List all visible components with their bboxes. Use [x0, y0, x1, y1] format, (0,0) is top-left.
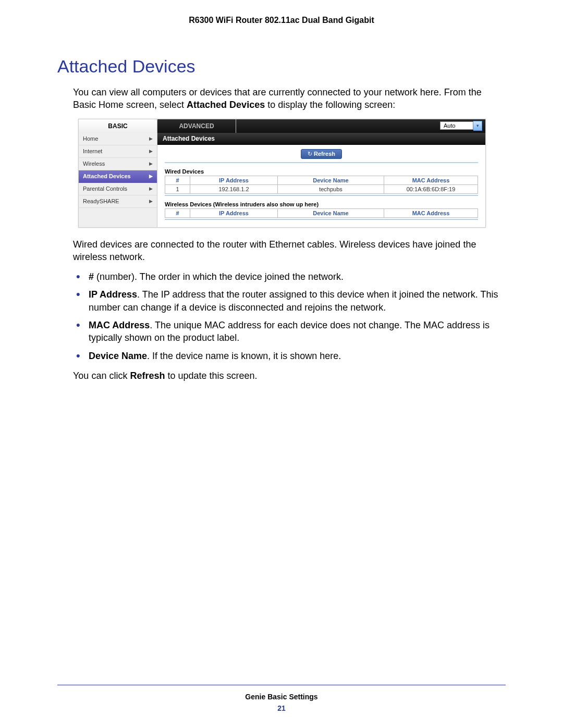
sidebar-item-home[interactable]: Home▶ — [79, 133, 157, 145]
closing-post: to update this screen. — [165, 371, 257, 381]
table-header-row: # IP Address Device Name MAC Address — [165, 176, 478, 184]
sidebar-item-internet[interactable]: Internet▶ — [79, 145, 157, 158]
footer-page-number: 21 — [57, 704, 506, 712]
wireless-devices-table: # IP Address Device Name MAC Address — [165, 208, 478, 218]
router-ui-screenshot: BASIC ADVANCED Auto ▾ Home▶ Internet▶ Wi… — [78, 119, 486, 228]
closing-paragraph: You can click Refresh to update this scr… — [73, 369, 506, 382]
sidebar-item-parental-controls[interactable]: Parental Controls▶ — [79, 183, 157, 195]
table-header-row: # IP Address Device Name MAC Address — [165, 208, 478, 217]
col-mac: MAC Address — [384, 176, 478, 184]
tabs-row: BASIC ADVANCED Auto ▾ — [79, 119, 485, 133]
list-item: Device Name. If the device name is known… — [73, 350, 506, 362]
cell-name: techpubs — [278, 184, 384, 193]
col-ip: IP Address — [190, 208, 278, 217]
wired-devices-table: # IP Address Device Name MAC Address 1 1… — [165, 176, 478, 194]
sidebar-item-wireless[interactable]: Wireless▶ — [79, 158, 157, 170]
tab-basic[interactable]: BASIC — [79, 119, 157, 133]
page-footer: Genie Basic Settings 21 — [57, 685, 506, 712]
list-item: MAC Address. The unique MAC address for … — [73, 319, 506, 344]
bullet-bold: IP Address — [89, 289, 137, 300]
bullet-text: . The IP address that the router assigne… — [89, 289, 498, 312]
closing-bold: Refresh — [130, 371, 165, 381]
field-bullet-list: # (number). The order in which the devic… — [73, 270, 506, 362]
closing-pre: You can click — [73, 371, 130, 381]
table-row: 1 192.168.1.2 techpubs 00:1A:6B:6D:8F:19 — [165, 184, 478, 193]
language-selector[interactable]: Auto ▾ — [440, 121, 482, 131]
sidebar-item-label: Attached Devices — [83, 173, 131, 179]
bullet-bold: Device Name — [89, 351, 147, 361]
after-screenshot-paragraph: Wired devices are connected to the route… — [73, 238, 506, 264]
cell-ip: 192.168.1.2 — [190, 184, 278, 193]
bullet-bold: # — [89, 272, 94, 282]
list-item: # (number). The order in which the devic… — [73, 270, 506, 283]
wired-devices-label: Wired Devices — [165, 168, 478, 175]
cell-mac: 00:1A:6B:6D:8F:19 — [384, 184, 478, 193]
sidebar: Home▶ Internet▶ Wireless▶ Attached Devic… — [79, 133, 157, 227]
sidebar-item-label: Internet — [83, 148, 102, 154]
bullet-text: . If the device name is known, it is sho… — [147, 351, 341, 361]
bullet-bold: MAC Address — [89, 320, 150, 330]
wireless-devices-label: Wireless Devices (Wireless intruders als… — [165, 201, 478, 207]
sidebar-item-label: Wireless — [83, 161, 105, 167]
intro-line2-bold: Attached Devices — [187, 100, 265, 110]
intro-line1: You can view all computers or devices th… — [73, 87, 442, 97]
section-title: Attached Devices — [57, 56, 506, 77]
col-name: Device Name — [278, 176, 384, 184]
col-num: # — [165, 208, 190, 217]
main-panel-title: Attached Devices — [157, 133, 485, 145]
col-num: # — [165, 176, 190, 184]
sidebar-item-label: Home — [83, 135, 98, 142]
sidebar-item-label: Parental Controls — [83, 186, 127, 192]
intro-line2-post: to display the following screen: — [265, 100, 395, 110]
chevron-right-icon: ▶ — [149, 161, 153, 166]
col-mac: MAC Address — [384, 208, 478, 217]
refresh-button[interactable]: Refresh — [301, 149, 342, 159]
sidebar-item-attached-devices[interactable]: Attached Devices▶ — [79, 170, 157, 183]
doc-header: R6300 WiFi Router 802.11ac Dual Band Gig… — [57, 16, 506, 25]
chevron-right-icon: ▶ — [149, 149, 153, 154]
tab-advanced[interactable]: ADVANCED — [157, 119, 236, 133]
sidebar-item-label: ReadySHARE — [83, 198, 119, 204]
cell-num: 1 — [165, 184, 190, 193]
language-value: Auto — [440, 121, 473, 130]
chevron-down-icon[interactable]: ▾ — [473, 121, 482, 131]
chevron-right-icon: ▶ — [149, 199, 153, 204]
col-ip: IP Address — [190, 176, 278, 184]
chevron-right-icon: ▶ — [149, 186, 153, 191]
col-name: Device Name — [278, 208, 384, 217]
chevron-right-icon: ▶ — [149, 174, 153, 179]
chevron-right-icon: ▶ — [149, 136, 153, 141]
list-item: IP Address. The IP address that the rout… — [73, 288, 506, 314]
main-panel: Attached Devices Refresh Wired Devices #… — [157, 133, 485, 227]
footer-title: Genie Basic Settings — [57, 693, 506, 701]
sidebar-item-readyshare[interactable]: ReadySHARE▶ — [79, 195, 157, 208]
bullet-text: (number). The order in which the device … — [94, 272, 344, 282]
intro-paragraph: You can view all computers or devices th… — [73, 86, 506, 112]
